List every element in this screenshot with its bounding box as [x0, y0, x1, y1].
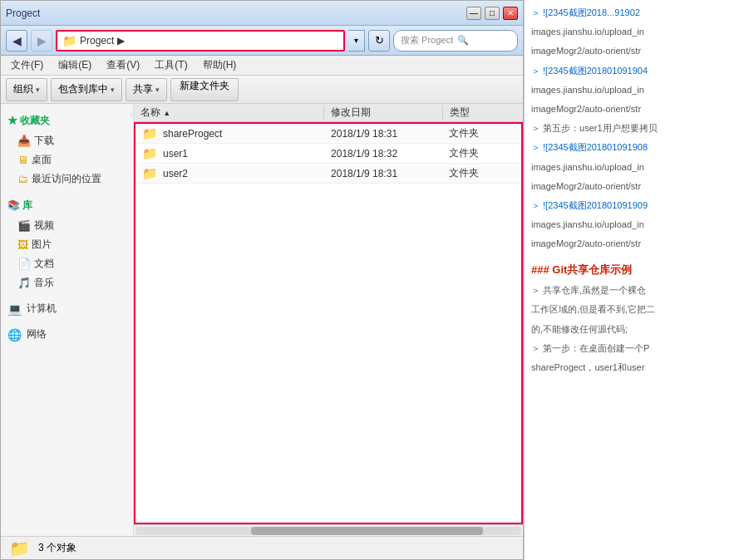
sidebar-item-music[interactable]: 🎵 音乐 [1, 273, 133, 292]
pictures-icon: 🖼 [17, 238, 28, 251]
minimize-button[interactable]: — [466, 7, 481, 20]
col-header-name[interactable]: 名称 ▲ [134, 106, 324, 120]
status-bar: 📁 3 个对象 [1, 536, 523, 559]
sidebar-item-download[interactable]: 📥 下载 [1, 131, 133, 150]
article-sub1b: imageMogr2/auto-orient/str [531, 43, 742, 59]
address-bar: ◀ ▶ 📁 Progect ▶ ▾ ↻ 搜索 Progect 🔍 [1, 26, 523, 56]
file-date: 2018/1/9 18:31 [324, 168, 442, 179]
maximize-button[interactable]: □ [485, 7, 500, 20]
library-header[interactable]: 📚 库 [1, 195, 133, 216]
folder-icon: 📁 [62, 34, 76, 47]
video-icon: 🎬 [17, 219, 31, 232]
step5-text: ＞ 第五步：user1用户想要拷贝 [531, 123, 658, 133]
sidebar-item-recent[interactable]: 🗂 最近访问的位置 [1, 169, 133, 189]
sidebar-item-docs[interactable]: 📄 文档 [1, 254, 133, 273]
scrollbar-track [136, 527, 521, 535]
sub1b-text: imageMogr2/auto-orient/str [531, 46, 641, 56]
status-folder-icon: 📁 [9, 538, 30, 558]
music-label: 音乐 [34, 276, 54, 290]
organize-button[interactable]: 组织 ▾ [6, 78, 47, 101]
sidebar-item-pictures[interactable]: 🖼 图片 [1, 235, 133, 254]
article-link2: ＞ ![2345截图201801091904 [531, 63, 742, 79]
organize-label: 组织 [13, 82, 33, 96]
menu-tools[interactable]: 工具(T) [148, 56, 194, 74]
docs-label: 文档 [34, 257, 54, 271]
link1-text: ＞ ![2345截图2018...91902 [531, 7, 640, 17]
sidebar-item-network[interactable]: 🌐 网络 [1, 325, 133, 344]
pictures-label: 图片 [32, 238, 52, 252]
include-button[interactable]: 包含到库中 ▾ [51, 78, 122, 101]
link2-text: ＞ ![2345截图201801091904 [531, 66, 648, 76]
breadcrumb: Progect ▶ [80, 35, 125, 47]
file-name: shareProgect [163, 128, 222, 140]
favorites-section: ★ 收藏夹 📥 下载 🖥 桌面 🗂 最近访问的位置 [1, 111, 133, 189]
para1c-text: 的,不能修改任何源代码; [531, 324, 628, 334]
sub3b-text: imageMogr2/auto-orient/str [531, 181, 641, 191]
library-label: 📚 库 [7, 199, 32, 213]
forward-button[interactable]: ▶ [31, 30, 52, 52]
col-header-date[interactable]: 修改日期 [324, 106, 443, 120]
recent-icon: 🗂 [17, 173, 28, 185]
col-type-label: 类型 [450, 106, 470, 118]
link3-text: ＞ ![2345截图201801091908 [531, 142, 648, 152]
article-para1b: 工作区域的,但是看不到,它把二 [531, 302, 742, 317]
table-row[interactable]: 📁 shareProgect 2018/1/9 18:31 文件夹 [136, 124, 521, 144]
favorites-header[interactable]: ★ 收藏夹 [1, 111, 133, 131]
article-link3: ＞ ![2345截图201801091908 [531, 140, 742, 155]
file-list-header: 名称 ▲ 修改日期 类型 [134, 104, 523, 122]
link4-text: ＞ ![2345截图201801091909 [531, 200, 648, 210]
address-text: Progect ▶ [80, 35, 338, 47]
article-sub3: images.jianshu.io/upload_in [531, 160, 742, 175]
horizontal-scrollbar[interactable] [134, 524, 523, 536]
col-header-type[interactable]: 类型 [443, 106, 523, 120]
network-icon: 🌐 [7, 328, 22, 341]
menu-view[interactable]: 查看(V) [100, 56, 146, 74]
para1b-text: 工作区域的,但是看不到,它把二 [531, 304, 655, 314]
close-button[interactable]: ✕ [503, 7, 518, 20]
share-button[interactable]: 共享 ▾ [126, 78, 167, 101]
include-arrow: ▾ [111, 86, 115, 94]
sidebar: ★ 收藏夹 📥 下载 🖥 桌面 🗂 最近访问的位置 📚 库 [1, 104, 134, 536]
article-sub2: images.jianshu.io/upload_in [531, 82, 742, 98]
new-folder-button[interactable]: 新建文件夹 [170, 78, 239, 101]
organize-arrow: ▾ [36, 86, 40, 94]
address-input-container: 📁 Progect ▶ [56, 30, 345, 52]
computer-label: 计算机 [27, 302, 57, 316]
docs-icon: 📄 [17, 258, 31, 270]
file-name: user1 [163, 148, 188, 160]
menu-file[interactable]: 文件(F) [4, 56, 50, 74]
sidebar-item-video[interactable]: 🎬 视频 [1, 216, 133, 235]
menu-help[interactable]: 帮助(H) [196, 56, 244, 74]
article-para1c: 的,不能修改任何源代码; [531, 322, 742, 337]
scrollbar-thumb[interactable] [251, 527, 482, 535]
para2-text: ＞ 第一步：在桌面创建一个P [531, 343, 649, 353]
sub2-text: images.jianshu.io/upload_in [531, 85, 644, 95]
library-section: 📚 库 🎬 视频 🖼 图片 📄 文档 🎵 音乐 [1, 195, 133, 292]
article-para2: ＞ 第一步：在桌面创建一个P [531, 341, 742, 356]
menu-edit[interactable]: 编辑(E) [52, 56, 98, 74]
share-label: 共享 [133, 82, 153, 96]
file-list-container: 名称 ▲ 修改日期 类型 📁 shareProgect 2018/1/9 18:… [134, 104, 523, 536]
article-sub2b: imageMogr2/auto-orient/str [531, 101, 742, 117]
desktop-icon: 🖥 [17, 154, 28, 166]
col-date-label: 修改日期 [331, 106, 371, 118]
include-label: 包含到库中 [58, 82, 108, 96]
sidebar-item-desktop[interactable]: 🖥 桌面 [1, 150, 133, 169]
recent-label: 最近访问的位置 [32, 172, 101, 186]
back-button[interactable]: ◀ [6, 30, 27, 52]
menu-bar: 文件(F) 编辑(E) 查看(V) 工具(T) 帮助(H) [1, 56, 523, 76]
table-row[interactable]: 📁 user1 2018/1/9 18:32 文件夹 [136, 144, 521, 164]
search-box[interactable]: 搜索 Progect 🔍 [393, 30, 518, 52]
file-list: 📁 shareProgect 2018/1/9 18:31 文件夹 📁 user… [134, 122, 523, 524]
article-step5: ＞ 第五步：user1用户想要拷贝 [531, 120, 742, 136]
table-row[interactable]: 📁 user2 2018/1/9 18:31 文件夹 [136, 164, 521, 184]
article-pane: ＞ ![2345截图2018...91902 images.jianshu.io… [524, 0, 749, 560]
folder-icon: 📁 [142, 166, 158, 181]
sub4-text: images.jianshu.io/upload_in [531, 219, 644, 229]
sub3-text: images.jianshu.io/upload_in [531, 162, 644, 172]
address-dropdown[interactable]: ▾ [348, 30, 365, 52]
sidebar-item-computer[interactable]: 💻 计算机 [1, 299, 133, 318]
title-text: Progect [6, 7, 40, 19]
refresh-button[interactable]: ↻ [368, 30, 390, 52]
file-type: 文件夹 [442, 126, 521, 140]
